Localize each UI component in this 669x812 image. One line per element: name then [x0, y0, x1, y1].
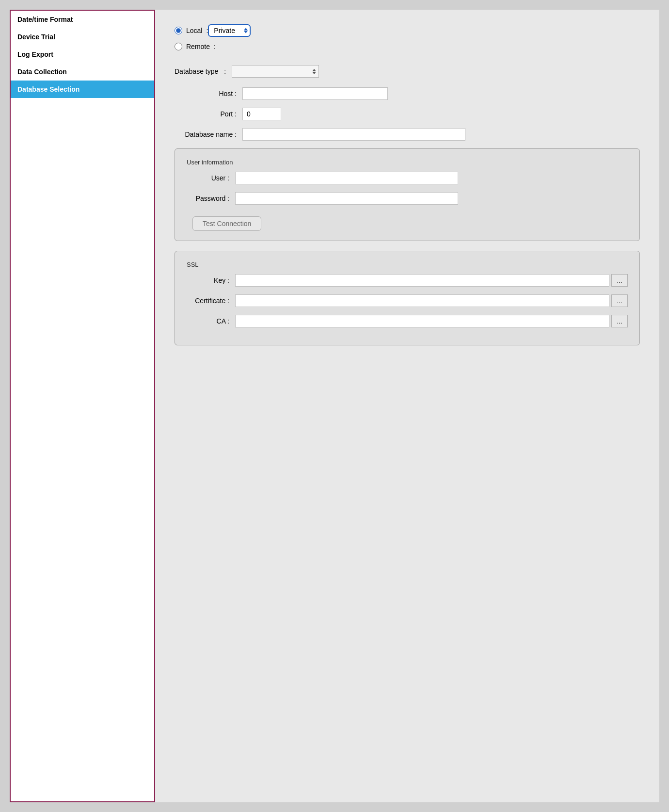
key-input[interactable]: [235, 274, 609, 287]
port-label: Port :: [175, 110, 242, 118]
password-label: Password :: [187, 195, 235, 202]
remote-radio-row: Remote :: [175, 43, 640, 50]
user-info-box: User information User : Password : Test …: [175, 148, 640, 241]
user-label: User :: [187, 174, 235, 182]
db-type-colon: :: [224, 67, 226, 75]
local-radio-label[interactable]: Local :: [175, 27, 208, 34]
certificate-browse-button[interactable]: ...: [611, 294, 628, 307]
key-browse-button[interactable]: ...: [611, 274, 628, 287]
db-type-label: Database type: [175, 67, 218, 75]
db-type-select-container: [232, 65, 319, 78]
port-input[interactable]: [242, 108, 281, 120]
db-name-input[interactable]: [242, 128, 465, 141]
user-row: User :: [187, 172, 628, 184]
db-name-row: Database name :: [175, 128, 640, 141]
ssl-box: SSL Key : ... Certificate : ... CA :: [175, 251, 640, 345]
key-row: Key : ...: [187, 274, 628, 287]
db-type-select[interactable]: [232, 65, 319, 78]
ca-label: CA :: [187, 317, 235, 325]
db-type-row: Database type :: [175, 65, 640, 78]
main-content: Local : Private Public Shared Remote :: [155, 10, 659, 802]
user-info-title: User information: [187, 159, 628, 166]
sidebar-item-datetime-format[interactable]: Date/time Format: [11, 11, 154, 28]
test-connection-area: Test Connection: [187, 212, 628, 231]
private-select-container: Private Public Shared: [208, 24, 251, 37]
private-select[interactable]: Private Public Shared: [208, 24, 251, 37]
db-name-label: Database name :: [175, 130, 242, 138]
ssl-title: SSL: [187, 261, 628, 268]
certificate-input[interactable]: [235, 294, 609, 307]
local-radio-row: Local : Private Public Shared: [175, 24, 640, 37]
host-label: Host :: [175, 90, 242, 97]
sidebar: Date/time Format Device Trial Log Export…: [10, 10, 155, 802]
remote-radio[interactable]: [175, 43, 182, 50]
password-row: Password :: [187, 192, 628, 205]
ca-input[interactable]: [235, 315, 609, 327]
user-input[interactable]: [235, 172, 458, 184]
certificate-row: Certificate : ...: [187, 294, 628, 307]
host-input[interactable]: [242, 87, 388, 100]
ca-row: CA : ...: [187, 315, 628, 327]
sidebar-item-device-trial[interactable]: Device Trial: [11, 28, 154, 46]
location-section: Local : Private Public Shared Remote :: [175, 24, 640, 50]
sidebar-item-log-export[interactable]: Log Export: [11, 46, 154, 63]
port-row: Port :: [175, 108, 640, 120]
sidebar-item-data-collection[interactable]: Data Collection: [11, 63, 154, 81]
password-input[interactable]: [235, 192, 458, 205]
test-connection-button[interactable]: Test Connection: [192, 216, 261, 231]
ca-browse-button[interactable]: ...: [611, 315, 628, 327]
key-label: Key :: [187, 276, 235, 284]
sidebar-item-database-selection[interactable]: Database Selection: [11, 81, 154, 98]
local-radio[interactable]: [175, 27, 182, 34]
certificate-label: Certificate :: [187, 297, 235, 305]
host-row: Host :: [175, 87, 640, 100]
remote-radio-label[interactable]: Remote :: [175, 43, 216, 50]
